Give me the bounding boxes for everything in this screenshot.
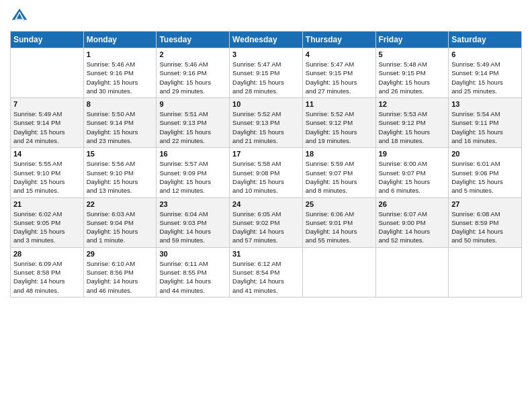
day-number: 31 [232, 250, 300, 258]
day-info: Sunrise: 6:07 AM Sunset: 9:00 PM Dayligh… [379, 210, 446, 245]
day-info: Sunrise: 6:09 AM Sunset: 8:58 PM Dayligh… [13, 259, 81, 295]
calendar-week-row: 21Sunrise: 6:02 AM Sunset: 9:05 PM Dayli… [11, 197, 522, 247]
calendar-cell: 2Sunrise: 5:46 AM Sunset: 9:16 PM Daylig… [157, 48, 230, 98]
day-number: 24 [232, 200, 300, 208]
day-info: Sunrise: 5:46 AM Sunset: 9:16 PM Dayligh… [87, 60, 154, 95]
page: SundayMondayTuesdayWednesdayThursdayFrid… [0, 0, 532, 304]
day-info: Sunrise: 5:49 AM Sunset: 9:14 PM Dayligh… [13, 109, 81, 145]
day-info: Sunrise: 5:55 AM Sunset: 9:10 PM Dayligh… [13, 159, 81, 195]
calendar-cell [11, 48, 84, 98]
weekday-header-wednesday: Wednesday [230, 32, 303, 48]
calendar-cell: 16Sunrise: 5:57 AM Sunset: 9:09 PM Dayli… [157, 148, 230, 197]
calendar-cell: 13Sunrise: 5:54 AM Sunset: 9:11 PM Dayli… [449, 98, 522, 148]
calendar-cell [302, 247, 375, 297]
day-info: Sunrise: 5:52 AM Sunset: 9:13 PM Dayligh… [232, 109, 300, 145]
day-info: Sunrise: 5:50 AM Sunset: 9:14 PM Dayligh… [87, 109, 154, 145]
calendar-cell: 11Sunrise: 5:52 AM Sunset: 9:12 PM Dayli… [302, 98, 375, 148]
calendar-table: SundayMondayTuesdayWednesdayThursdayFrid… [10, 31, 522, 298]
day-number: 22 [87, 200, 154, 208]
calendar-cell: 17Sunrise: 5:58 AM Sunset: 9:08 PM Dayli… [230, 148, 303, 197]
day-number: 19 [379, 150, 446, 158]
day-number: 29 [87, 250, 154, 258]
calendar-cell: 31Sunrise: 6:12 AM Sunset: 8:54 PM Dayli… [230, 247, 303, 297]
day-number: 13 [451, 100, 519, 108]
header [10, 7, 522, 26]
weekday-header-sunday: Sunday [11, 32, 84, 48]
day-info: Sunrise: 5:47 AM Sunset: 9:15 PM Dayligh… [232, 60, 300, 95]
calendar-cell: 15Sunrise: 5:56 AM Sunset: 9:10 PM Dayli… [83, 148, 157, 197]
calendar-cell: 14Sunrise: 5:55 AM Sunset: 9:10 PM Dayli… [11, 148, 84, 197]
day-info: Sunrise: 5:52 AM Sunset: 9:12 PM Dayligh… [306, 109, 373, 145]
calendar-cell: 18Sunrise: 5:59 AM Sunset: 9:07 PM Dayli… [302, 148, 375, 197]
day-number: 16 [159, 150, 226, 158]
calendar-cell: 8Sunrise: 5:50 AM Sunset: 9:14 PM Daylig… [83, 98, 157, 148]
logo-icon [10, 7, 29, 26]
day-info: Sunrise: 6:06 AM Sunset: 9:01 PM Dayligh… [306, 210, 373, 245]
calendar-cell: 29Sunrise: 6:10 AM Sunset: 8:56 PM Dayli… [83, 247, 157, 297]
day-number: 8 [87, 100, 154, 108]
day-info: Sunrise: 5:47 AM Sunset: 9:15 PM Dayligh… [306, 60, 373, 95]
calendar-cell: 24Sunrise: 6:05 AM Sunset: 9:02 PM Dayli… [230, 197, 303, 247]
day-info: Sunrise: 6:03 AM Sunset: 9:04 PM Dayligh… [87, 210, 154, 245]
calendar-cell: 23Sunrise: 6:04 AM Sunset: 9:03 PM Dayli… [157, 197, 230, 247]
calendar-week-row: 28Sunrise: 6:09 AM Sunset: 8:58 PM Dayli… [11, 247, 522, 297]
day-number: 2 [159, 50, 226, 58]
day-number: 23 [159, 200, 226, 208]
calendar-cell: 9Sunrise: 5:51 AM Sunset: 9:13 PM Daylig… [157, 98, 230, 148]
calendar-cell: 19Sunrise: 6:00 AM Sunset: 9:07 PM Dayli… [375, 148, 449, 197]
calendar-cell: 7Sunrise: 5:49 AM Sunset: 9:14 PM Daylig… [11, 98, 84, 148]
calendar-cell: 30Sunrise: 6:11 AM Sunset: 8:55 PM Dayli… [157, 247, 230, 297]
day-info: Sunrise: 5:53 AM Sunset: 9:12 PM Dayligh… [379, 109, 446, 145]
weekday-header-row: SundayMondayTuesdayWednesdayThursdayFrid… [11, 32, 522, 48]
day-number: 11 [306, 100, 373, 108]
calendar-cell: 10Sunrise: 5:52 AM Sunset: 9:13 PM Dayli… [230, 98, 303, 148]
weekday-header-monday: Monday [83, 32, 157, 48]
day-number: 21 [13, 200, 81, 208]
calendar-cell: 25Sunrise: 6:06 AM Sunset: 9:01 PM Dayli… [302, 197, 375, 247]
day-info: Sunrise: 6:10 AM Sunset: 8:56 PM Dayligh… [87, 259, 154, 295]
logo [10, 7, 30, 26]
day-info: Sunrise: 5:54 AM Sunset: 9:11 PM Dayligh… [451, 109, 519, 145]
day-info: Sunrise: 6:02 AM Sunset: 9:05 PM Dayligh… [13, 210, 81, 245]
day-info: Sunrise: 5:58 AM Sunset: 9:08 PM Dayligh… [232, 159, 300, 195]
day-info: Sunrise: 6:11 AM Sunset: 8:55 PM Dayligh… [159, 259, 226, 295]
day-number: 18 [306, 150, 373, 158]
day-info: Sunrise: 6:01 AM Sunset: 9:06 PM Dayligh… [451, 159, 519, 195]
calendar-cell: 1Sunrise: 5:46 AM Sunset: 9:16 PM Daylig… [83, 48, 157, 98]
day-number: 14 [13, 150, 81, 158]
day-number: 26 [379, 200, 446, 208]
day-number: 12 [379, 100, 446, 108]
calendar-cell: 27Sunrise: 6:08 AM Sunset: 8:59 PM Dayli… [449, 197, 522, 247]
day-number: 20 [451, 150, 519, 158]
day-number: 25 [306, 200, 373, 208]
day-info: Sunrise: 5:59 AM Sunset: 9:07 PM Dayligh… [306, 159, 373, 195]
calendar-week-row: 1Sunrise: 5:46 AM Sunset: 9:16 PM Daylig… [11, 48, 522, 98]
day-info: Sunrise: 5:51 AM Sunset: 9:13 PM Dayligh… [159, 109, 226, 145]
day-number: 28 [13, 250, 81, 258]
day-info: Sunrise: 5:46 AM Sunset: 9:16 PM Dayligh… [159, 60, 226, 95]
day-number: 3 [232, 50, 300, 58]
day-info: Sunrise: 6:12 AM Sunset: 8:54 PM Dayligh… [232, 259, 300, 295]
calendar-cell: 20Sunrise: 6:01 AM Sunset: 9:06 PM Dayli… [449, 148, 522, 197]
weekday-header-friday: Friday [375, 32, 449, 48]
day-number: 4 [306, 50, 373, 58]
calendar-cell: 28Sunrise: 6:09 AM Sunset: 8:58 PM Dayli… [11, 247, 84, 297]
calendar-cell: 5Sunrise: 5:48 AM Sunset: 9:15 PM Daylig… [375, 48, 449, 98]
calendar-cell: 12Sunrise: 5:53 AM Sunset: 9:12 PM Dayli… [375, 98, 449, 148]
calendar-cell: 4Sunrise: 5:47 AM Sunset: 9:15 PM Daylig… [302, 48, 375, 98]
day-info: Sunrise: 5:57 AM Sunset: 9:09 PM Dayligh… [159, 159, 226, 195]
calendar-cell: 3Sunrise: 5:47 AM Sunset: 9:15 PM Daylig… [230, 48, 303, 98]
day-number: 7 [13, 100, 81, 108]
day-number: 15 [87, 150, 154, 158]
weekday-header-thursday: Thursday [302, 32, 375, 48]
day-info: Sunrise: 6:04 AM Sunset: 9:03 PM Dayligh… [159, 210, 226, 245]
calendar-cell: 6Sunrise: 5:49 AM Sunset: 9:14 PM Daylig… [449, 48, 522, 98]
day-number: 1 [87, 50, 154, 58]
calendar-cell: 26Sunrise: 6:07 AM Sunset: 9:00 PM Dayli… [375, 197, 449, 247]
day-info: Sunrise: 6:05 AM Sunset: 9:02 PM Dayligh… [232, 210, 300, 245]
day-number: 6 [451, 50, 519, 58]
calendar-cell [375, 247, 449, 297]
calendar-cell: 22Sunrise: 6:03 AM Sunset: 9:04 PM Dayli… [83, 197, 157, 247]
day-info: Sunrise: 5:49 AM Sunset: 9:14 PM Dayligh… [451, 60, 519, 95]
calendar-week-row: 14Sunrise: 5:55 AM Sunset: 9:10 PM Dayli… [11, 148, 522, 197]
